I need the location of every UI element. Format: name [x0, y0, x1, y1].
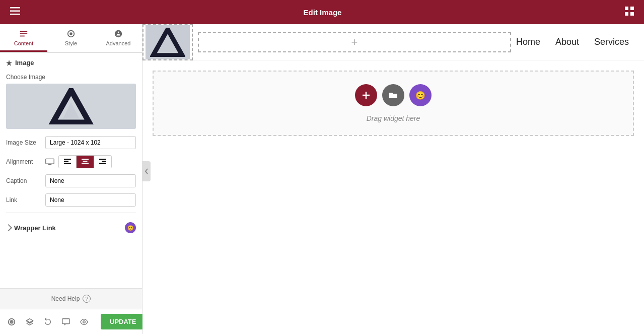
svg-rect-22 — [82, 163, 89, 164]
svg-rect-4 — [630, 7, 634, 10]
monitor-icon — [45, 158, 54, 165]
pro-widget-button[interactable]: 😊 — [409, 84, 432, 106]
tab-style-label: Style — [65, 40, 77, 46]
svg-rect-14 — [46, 159, 54, 164]
history-icon-btn[interactable] — [41, 315, 54, 328]
wrapper-link-row[interactable]: Wrapper Link 😊 — [6, 219, 136, 236]
wrapper-link-left: Wrapper Link — [6, 224, 56, 232]
image-section-label: Image — [15, 59, 34, 66]
tab-content[interactable]: Content — [0, 24, 47, 52]
caption-select[interactable]: None Attachment Caption Custom Caption — [45, 174, 136, 187]
svg-rect-18 — [64, 161, 68, 162]
tab-advanced[interactable]: Advanced — [95, 24, 142, 52]
need-help-label: Need Help — [51, 295, 80, 302]
image-section-header: Image — [6, 59, 136, 66]
svg-rect-27 — [62, 318, 69, 323]
settings-icon-btn[interactable] — [5, 315, 18, 328]
help-icon[interactable]: ? — [83, 295, 91, 303]
panel-tabs: Content Style Advanced — [0, 24, 142, 53]
svg-rect-20 — [82, 159, 89, 160]
hamburger-icon[interactable] — [6, 5, 24, 20]
canvas-nav-bar: + Home About Services — [142, 24, 644, 60]
nav-about[interactable]: About — [555, 37, 579, 47]
image-preview[interactable] — [6, 84, 136, 129]
svg-rect-6 — [630, 12, 634, 16]
logo-image — [146, 25, 190, 59]
caption-label: Caption — [6, 177, 41, 184]
svg-rect-19 — [64, 163, 71, 164]
link-row: Link None Media File Custom URL — [6, 193, 136, 207]
align-right-button[interactable] — [94, 156, 111, 168]
left-panel: Content Style Advanced Image Choose Imag… — [0, 24, 142, 334]
svg-rect-3 — [625, 7, 628, 10]
drag-widget-label: Drag widget here — [367, 114, 420, 122]
alignment-row: Alignment — [6, 155, 136, 168]
pro-badge: 😊 — [125, 222, 136, 233]
svg-rect-8 — [20, 33, 27, 34]
alignment-group — [58, 155, 112, 168]
svg-rect-0 — [10, 7, 20, 9]
svg-rect-21 — [83, 161, 88, 162]
add-column-icon: + — [351, 36, 358, 49]
drop-zone: 😊 Drag widget here — [153, 71, 634, 136]
svg-rect-7 — [20, 31, 27, 32]
comments-icon-btn[interactable] — [59, 315, 73, 328]
collapse-icon — [145, 168, 149, 175]
svg-point-11 — [69, 32, 72, 35]
update-button[interactable]: UPDATE — [101, 314, 145, 329]
link-label: Link — [6, 196, 41, 204]
tab-content-label: Content — [14, 40, 34, 46]
align-left-button[interactable] — [59, 156, 77, 168]
eye-icon-btn[interactable] — [78, 315, 91, 328]
section-divider — [6, 213, 136, 213]
tab-style[interactable]: Style — [47, 24, 95, 52]
logo-preview-svg — [19, 88, 123, 124]
svg-rect-2 — [10, 14, 20, 15]
page-title: Edit Image — [24, 8, 621, 17]
svg-rect-25 — [99, 163, 106, 164]
alignment-label: Alignment — [6, 158, 41, 165]
nav-items: Home About Services — [516, 37, 644, 47]
image-size-row: Image Size Large - 1024 x 102 Medium - 3… — [6, 136, 136, 149]
tab-advanced-label: Advanced — [106, 40, 131, 46]
folder-widget-button[interactable] — [382, 84, 404, 106]
nav-services[interactable]: Services — [594, 37, 629, 47]
choose-image-label: Choose Image — [6, 74, 136, 81]
caption-row: Caption None Attachment Caption Custom C… — [6, 174, 136, 187]
svg-rect-5 — [625, 12, 628, 16]
chevron-right-icon — [5, 224, 12, 231]
nav-home[interactable]: Home — [516, 37, 540, 47]
image-size-select[interactable]: Large - 1024 x 102 Medium - 300 x 300 Th… — [45, 136, 136, 149]
pro-label: 😊 — [127, 225, 133, 231]
svg-rect-23 — [99, 159, 106, 160]
link-select[interactable]: None Media File Custom URL — [45, 193, 136, 207]
svg-point-26 — [11, 321, 13, 323]
add-widget-button[interactable] — [355, 84, 377, 106]
logo-svg — [150, 28, 185, 57]
logo-container[interactable] — [142, 24, 193, 60]
svg-point-28 — [83, 320, 86, 323]
wrapper-link-label: Wrapper Link — [14, 224, 56, 232]
top-bar: Edit Image — [0, 0, 644, 24]
panel-content: Image Choose Image Image Size Large - 10… — [0, 53, 142, 288]
grid-icon[interactable] — [621, 5, 638, 20]
collapse-handle[interactable] — [142, 161, 151, 181]
canvas-area: + Home About Services 😊 — [142, 24, 644, 334]
bottom-toolbar: UPDATE — [0, 309, 142, 334]
svg-rect-9 — [20, 36, 25, 37]
layers-icon-btn[interactable] — [23, 315, 36, 328]
image-size-label: Image Size — [6, 139, 41, 146]
align-center-button[interactable] — [77, 156, 94, 168]
widget-buttons: 😊 — [355, 84, 432, 106]
add-column-button[interactable]: + — [198, 32, 511, 52]
svg-rect-24 — [102, 161, 106, 162]
svg-rect-17 — [64, 159, 71, 160]
panel-footer: Need Help ? — [0, 288, 142, 309]
svg-rect-1 — [10, 10, 20, 12]
